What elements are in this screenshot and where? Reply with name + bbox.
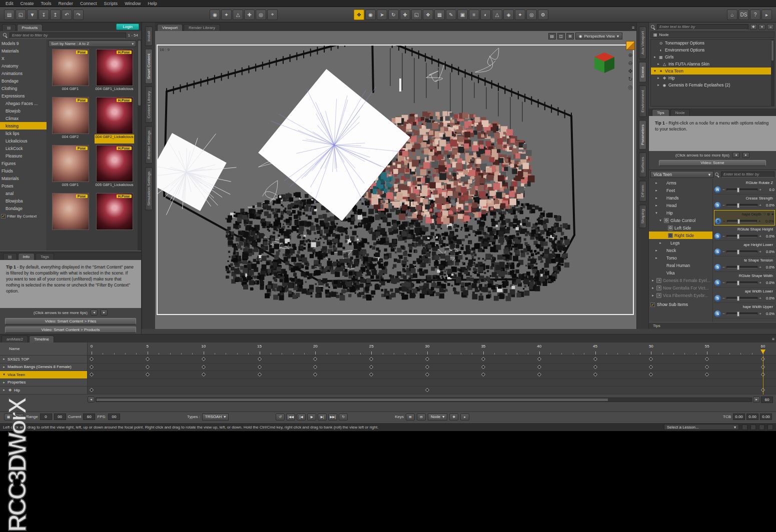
- parameter-group[interactable]: Real Human: [649, 262, 712, 269]
- keyframe[interactable]: [201, 357, 205, 361]
- viewport-tab[interactable]: Viewport: [157, 24, 183, 31]
- category-item[interactable]: Materials: [0, 47, 47, 54]
- slider-handle[interactable]: [737, 234, 739, 239]
- parameter-group[interactable]: G Left Side: [649, 224, 712, 232]
- category-item[interactable]: Figures: [0, 160, 47, 167]
- parameter-slider-row[interactable]: ape Width Lower S − + 0.0%: [714, 288, 775, 303]
- render-library-tab[interactable]: Render Library: [184, 24, 220, 31]
- category-item[interactable]: Clothing: [0, 84, 47, 92]
- parameter-group[interactable]: ▾ G Glute Control: [649, 216, 712, 224]
- product-thumbnail[interactable]: Pose: [52, 97, 89, 134]
- timeline-track-row[interactable]: ▾Vica Teen: [0, 371, 776, 379]
- keyframe[interactable]: [313, 357, 317, 361]
- parameter-group[interactable]: ▸ ◔ Genesis 8 Female Eyel...: [649, 276, 712, 284]
- zoom-in-icon[interactable]: ⊕: [628, 52, 632, 58]
- keyframe[interactable]: [425, 364, 429, 368]
- pane-tab[interactable]: DForm: [639, 180, 646, 202]
- scene-node[interactable]: ▸ ❖ Hip: [651, 74, 774, 82]
- category-item[interactable]: Bondage: [0, 77, 47, 84]
- parameter-group[interactable]: ▸ Torso: [649, 254, 712, 262]
- camera-options-icon[interactable]: ⊞: [566, 33, 574, 40]
- slider-decrement-button[interactable]: −: [722, 219, 726, 224]
- parameter-group[interactable]: ▸ Hands: [649, 194, 712, 202]
- pane-menu-icon[interactable]: ≡: [767, 24, 774, 30]
- show-sub-items-row[interactable]: ✓ Show Sub Items: [649, 300, 712, 309]
- select-tool-icon[interactable]: ➤: [377, 10, 387, 20]
- keyframe[interactable]: [146, 364, 150, 368]
- parameter-group[interactable]: G Right Side: [649, 232, 712, 239]
- viewport-canvas[interactable]: [155, 31, 636, 329]
- scene-node[interactable]: ▸ ▦ Girls: [651, 54, 774, 60]
- track-name[interactable]: ▾Vica Teen: [0, 371, 88, 378]
- slider-increment-button[interactable]: +: [758, 250, 762, 254]
- category-item[interactable]: Ahegao Faces ...: [0, 100, 47, 107]
- keyframe[interactable]: [313, 364, 317, 368]
- keyframe[interactable]: [537, 364, 541, 368]
- category-item[interactable]: Materials: [0, 174, 47, 182]
- menu-item[interactable]: Window: [121, 1, 144, 6]
- node-selector-dropdown[interactable]: Vica Teen ▾: [650, 171, 713, 178]
- track-name[interactable]: ▸❖Hip: [0, 386, 88, 394]
- previous-frame-icon[interactable]: |◀: [297, 414, 306, 420]
- node-type-filter[interactable]: ▦ Node: [650, 32, 774, 38]
- next-tip-button[interactable]: ▸: [101, 310, 108, 316]
- timeline-options-button[interactable]: ▦: [4, 414, 13, 420]
- category-item[interactable]: Poses: [0, 182, 47, 190]
- 004 G8F1_Lickalicious[interactable]: H.Pose 004 G8F1_Lickalicious: [94, 49, 135, 96]
- expand-icon[interactable]: ▸: [654, 248, 658, 252]
- slider-handle[interactable]: [737, 203, 739, 208]
- layout-page-4-button[interactable]: [767, 424, 773, 430]
- category-item[interactable]: Animations: [0, 70, 47, 77]
- category-item[interactable]: Expressions: [0, 92, 47, 100]
- keyframe[interactable]: [593, 357, 597, 361]
- slider-handle[interactable]: [737, 280, 739, 286]
- track-name[interactable]: ▸Madison Bangs (Genesis 8 Female): [0, 364, 88, 371]
- timeline-track-row[interactable]: ▸❖Hip: [0, 386, 776, 394]
- previous-tip-button[interactable]: ◂: [91, 310, 98, 316]
- viewport-3d-area[interactable]: 16 : 9 ▤ ◫ ⊞ ◉ Perspective View ▾ ⊕ ⊖ ✥: [155, 31, 636, 329]
- slider-track[interactable]: [726, 188, 757, 191]
- total-frames-box[interactable]: 60: [761, 396, 773, 403]
- filter-by-context-row[interactable]: ✓ Filter By Context: [0, 212, 47, 220]
- keyframe[interactable]: [593, 364, 597, 368]
- product-thumbnail[interactable]: H.Pose: [96, 193, 133, 230]
- keyframe[interactable]: [705, 372, 709, 376]
- current-frame-box[interactable]: 60: [83, 414, 95, 420]
- tags-tab[interactable]: Tags: [36, 253, 54, 260]
- node-tab[interactable]: Node: [670, 109, 690, 116]
- menu-item[interactable]: Tools: [38, 1, 55, 6]
- tips-tab[interactable]: Tips: [652, 109, 669, 116]
- keyframe[interactable]: [201, 364, 205, 368]
- slider-increment-button[interactable]: +: [758, 296, 762, 300]
- split-view-icon[interactable]: ◫: [557, 33, 565, 40]
- slider-decrement-button[interactable]: −: [722, 203, 725, 208]
- slider-decrement-button[interactable]: −: [722, 188, 725, 192]
- video-smart-content-files-button[interactable]: Video: Smart Content > Files: [5, 318, 136, 324]
- show-sub-items-checkbox[interactable]: ✓: [650, 302, 655, 307]
- menu-item[interactable]: Render: [55, 1, 77, 6]
- track-name[interactable]: ▸Properties: [0, 379, 88, 386]
- category-item[interactable]: Blowjob: [0, 107, 47, 114]
- daz-store-icon[interactable]: DS: [738, 10, 749, 20]
- product-thumbnail[interactable]: H.Pose: [96, 97, 133, 134]
- category-item[interactable]: Lickalicious: [0, 137, 47, 144]
- loop-icon[interactable]: ↺: [276, 414, 285, 420]
- play-icon[interactable]: ▶: [307, 414, 316, 420]
- universal-tool-icon[interactable]: ❖: [423, 10, 433, 20]
- product-thumbnail[interactable]: H.Pose: [96, 145, 133, 182]
- add-key-button[interactable]: ⊞: [406, 414, 415, 420]
- orbit-tool-icon[interactable]: ◉: [365, 10, 376, 20]
- 004 G8F2_Lickalicious[interactable]: H.Pose 004 G8F2_Lickalicious: [94, 97, 135, 144]
- parameter-group[interactable]: ▸ ◔ Vica Fibermesh Eyebr...: [649, 292, 712, 299]
- filter-by-context-checkbox[interactable]: ✓: [1, 214, 6, 218]
- keyframe[interactable]: [257, 357, 261, 361]
- animate2-tab[interactable]: aniMate2: [2, 336, 28, 342]
- scene-node[interactable]: ▸ ◉ Genesis 8 Female Eyelashes (2): [651, 82, 774, 88]
- expand-icon[interactable]: ▸: [658, 241, 662, 245]
- pan-icon[interactable]: ✥: [628, 68, 632, 74]
- category-item[interactable]: Climax: [0, 114, 47, 122]
- add-node-button[interactable]: ✚: [750, 24, 757, 30]
- parameter-filter-input[interactable]: Enter text to filter by: [721, 172, 774, 178]
- menu-item[interactable]: Connect: [77, 1, 101, 6]
- go-to-start-icon[interactable]: |◀◀: [286, 414, 295, 420]
